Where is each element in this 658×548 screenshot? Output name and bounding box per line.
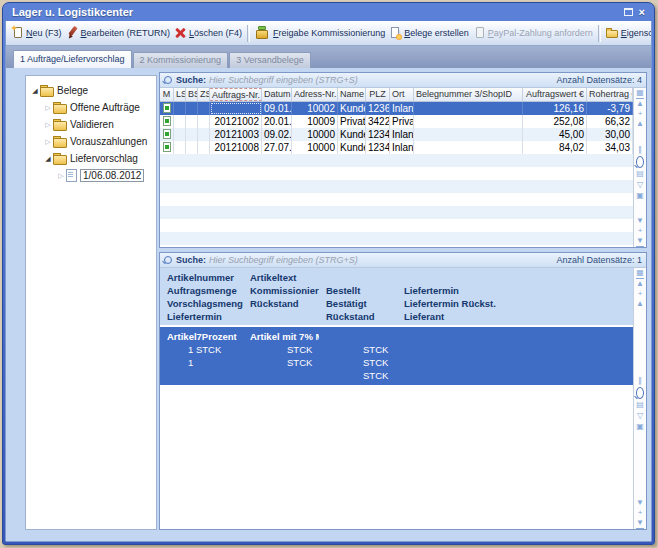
selected-item-record[interactable]: Artikel7ProzentArtikel mit 7% MwSt.1 STC… xyxy=(160,327,633,385)
column-header-7[interactable]: Name xyxy=(338,88,366,101)
scroll-up-icon[interactable]: ▲ xyxy=(636,299,644,309)
column-header-10[interactable]: Belegnummer 3/ShopID xyxy=(414,88,523,101)
toolbar-button-properties[interactable]: Eigenschaften xyxy=(604,25,651,41)
search-label: Suche: xyxy=(176,75,206,85)
items-record-count: Anzahl Datensätze: 1 xyxy=(556,255,642,265)
record-value xyxy=(397,356,633,369)
tree-node-belege[interactable]: ◢Belege xyxy=(26,82,156,99)
cell-adress_nr: 10002 xyxy=(292,102,338,115)
column-chooser-icon[interactable]: ▦ xyxy=(636,88,644,98)
field-label-row: AuftragsmengeKommissioniertBestelltLiefe… xyxy=(160,284,633,297)
scroll-down-icon[interactable]: ▼ xyxy=(636,216,644,226)
column-header-11[interactable]: Auftragswert € xyxy=(523,88,587,101)
cell-ort: Privat xyxy=(390,115,414,128)
toolbar-button-label: PayPal-Zahlung anfordern xyxy=(488,28,593,38)
orders-search-bar: Suche: Hier Suchbegriff eingeben (STRG+S… xyxy=(160,73,646,88)
filter-icon[interactable]: ▽ xyxy=(637,411,643,421)
search-icon[interactable] xyxy=(636,387,644,399)
restore-button[interactable] xyxy=(624,8,633,16)
field-label: Kommissioniert xyxy=(243,284,319,297)
column-header-9[interactable]: Ort xyxy=(390,88,414,101)
column-header-5[interactable]: Datum xyxy=(262,88,292,101)
toolbar-button-delete[interactable]: Löschen (F4) xyxy=(172,25,244,41)
column-header-3[interactable]: ZS xyxy=(198,88,210,101)
tab-orders[interactable]: 1 Aufträge/Liefervorschlag xyxy=(13,50,132,68)
toolbar-button-label: Neu (F3) xyxy=(26,28,62,38)
scroll-top-icon[interactable]: ▲ xyxy=(636,98,644,109)
orders-search-input[interactable]: Hier Suchbegriff eingeben (STRG+S) xyxy=(209,75,553,85)
field-label: Bestellt xyxy=(319,284,397,297)
column-chooser-icon[interactable]: ▦ xyxy=(636,268,644,278)
export-icon[interactable]: ▣ xyxy=(636,191,644,201)
field-label: Artikeltext xyxy=(243,271,319,284)
scroll-bottom-icon[interactable]: ▼ xyxy=(636,518,644,529)
column-header-0[interactable]: M xyxy=(160,88,174,101)
toolbar-button-new[interactable]: Neu (F3) xyxy=(9,25,64,41)
tree-node-vorauszahlungen[interactable]: ▷Vorauszahlungen xyxy=(26,133,156,150)
toolbar-button-release-picking[interactable]: Freigabe Kommissionierung xyxy=(253,25,387,41)
column-header-4[interactable]: Auftrags-Nr. xyxy=(210,88,262,101)
scroll-down-icon[interactable]: ▼ xyxy=(636,498,644,508)
search-label: Suche: xyxy=(176,255,206,265)
filter-icon[interactable]: ▽ xyxy=(637,180,643,190)
field-label: Auftragsmenge xyxy=(160,284,243,297)
cell-auftrags_nr xyxy=(210,102,262,115)
tree-node-offene-auftraege[interactable]: ▷Offene Aufträge xyxy=(26,99,156,116)
toolbar-button-edit[interactable]: Bearbeiten (RETURN) xyxy=(64,25,173,41)
orders-grid-toolbar: ▦▲+▲∥▤▽▣▼+▼ xyxy=(633,88,646,247)
column-header-1[interactable]: LS xyxy=(174,88,186,101)
field-label: Liefertermin xyxy=(160,310,243,323)
record-value xyxy=(160,369,243,382)
toolbar-button-paypal-request[interactable]: PayPal-Zahlung anfordern xyxy=(471,25,595,41)
resize-columns-icon[interactable]: ∥ xyxy=(638,376,642,386)
grid-view-icon[interactable]: ▤ xyxy=(636,169,644,179)
orders-rows: 09.01.10002Kunde1236Inland126,16-3,79201… xyxy=(160,102,633,245)
add-record-icon[interactable]: + xyxy=(638,289,643,299)
collapsed-arrow-icon[interactable]: ▷ xyxy=(43,121,53,129)
create-documents-icon xyxy=(389,26,402,40)
order-row[interactable]: 2012100220.01.10009Privat K3422Privat252… xyxy=(160,115,633,128)
scroll-top-icon[interactable]: ▲ xyxy=(636,278,644,289)
document-status-icon xyxy=(163,142,171,152)
scroll-up-icon[interactable]: ▲ xyxy=(636,119,644,129)
column-header-6[interactable]: Adress-Nr. xyxy=(292,88,338,101)
collapsed-arrow-icon[interactable]: ▷ xyxy=(56,172,66,180)
order-row[interactable]: 2012100827.07.10000Kunde1234Inland84,023… xyxy=(160,141,633,154)
search-icon[interactable] xyxy=(636,156,644,168)
field-label-row: ArtikelnummerArtikeltext xyxy=(160,271,633,284)
order-row-icon-cell xyxy=(160,115,174,128)
tab-shipping[interactable]: 3 Versandbelege xyxy=(229,52,311,68)
collapsed-arrow-icon[interactable]: ▷ xyxy=(43,138,53,146)
order-row[interactable]: 2012100309.02.10000Kunde1234Inland45,003… xyxy=(160,128,633,141)
collapsed-arrow-icon[interactable]: ▷ xyxy=(43,104,53,112)
grid-tools-group: ∥▤▽▣ xyxy=(636,376,645,432)
folder-icon xyxy=(53,136,67,147)
tab-picking[interactable]: 2 Kommissionierung xyxy=(133,52,229,68)
items-search-input[interactable]: Hier Suchbegriff eingeben (STRG+S) xyxy=(209,255,553,265)
label-rest: reigabe Kommissionierung xyxy=(279,28,386,38)
add-record-icon[interactable]: + xyxy=(638,109,643,119)
add-record-icon[interactable]: + xyxy=(638,226,643,236)
tree-node-liefervorschlag-1[interactable]: ▷1/06.08.2012 xyxy=(26,167,156,184)
column-header-12[interactable]: Rohertrag € xyxy=(587,88,633,101)
order-row[interactable]: 09.01.10002Kunde1236Inland126,16-3,79 xyxy=(160,102,633,115)
tree-node-liefervorschlag[interactable]: ◢Liefervorschlag xyxy=(26,150,156,167)
expanded-arrow-icon[interactable]: ◢ xyxy=(43,155,53,163)
toolbar-button-create-documents[interactable]: Belege erstellen xyxy=(387,25,471,41)
search-icon xyxy=(164,256,172,264)
window-title: Lager u. Logistikcenter xyxy=(12,6,133,18)
expanded-arrow-icon[interactable]: ◢ xyxy=(30,87,40,95)
label-rest: öschen (F4) xyxy=(194,28,242,38)
export-icon[interactable]: ▣ xyxy=(636,422,644,432)
resize-columns-icon[interactable]: ∥ xyxy=(638,145,642,155)
cell-bs xyxy=(186,115,198,128)
column-header-8[interactable]: PLZ xyxy=(366,88,390,101)
tree-node-validieren[interactable]: ▷Validieren xyxy=(26,116,156,133)
column-header-2[interactable]: BS xyxy=(186,88,198,101)
add-record-icon[interactable]: + xyxy=(638,508,643,518)
grid-view-icon[interactable]: ▤ xyxy=(636,400,644,410)
empty-row xyxy=(160,219,633,232)
close-button[interactable]: × xyxy=(639,7,645,17)
scroll-bottom-icon[interactable]: ▼ xyxy=(636,236,644,247)
folder-icon xyxy=(53,119,67,130)
